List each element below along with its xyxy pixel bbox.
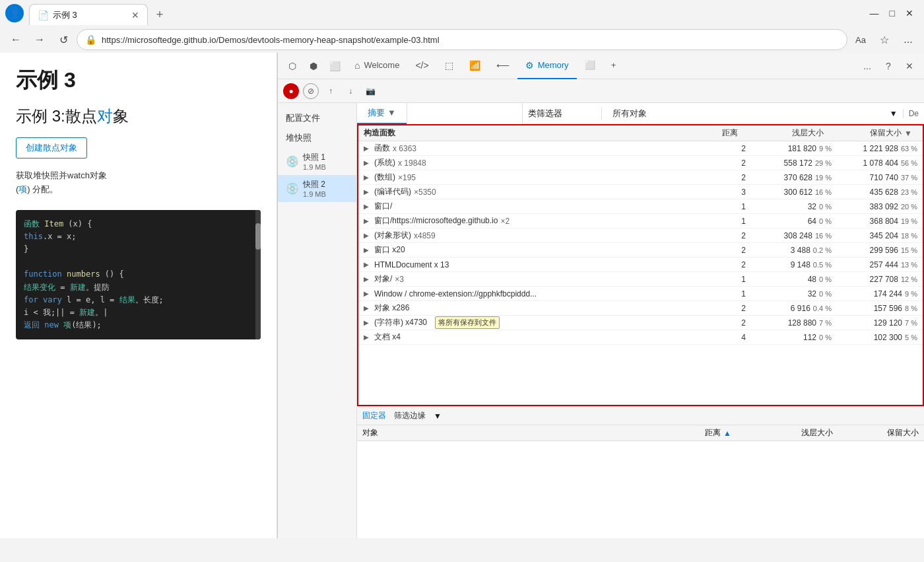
row-dist-13: 2	[698, 318, 751, 328]
table-row[interactable]: ▶ 函数 x 6363 2 181 8209 % 1 221 92863 %	[358, 141, 923, 156]
user-avatar[interactable]: 👤	[5, 4, 24, 22]
summary-dropdown-icon[interactable]: ▼	[387, 108, 396, 118]
refresh-btn[interactable]: ↺	[53, 29, 74, 50]
devtools-more-btn[interactable]: ...	[858, 57, 876, 75]
row-shallow-2: 558 17229 %	[751, 158, 837, 168]
code-line-1: 函数 Item (x) {	[24, 218, 245, 230]
minimize-btn[interactable]: —	[870, 8, 879, 18]
new-tab-btn[interactable]: +	[149, 4, 170, 25]
table-row[interactable]: ▶ 窗口 x20 2 3 4880.2 % 299 59615 %	[358, 243, 923, 258]
filter-edge-tab[interactable]: 筛选边缘	[394, 410, 426, 421]
table-row[interactable]: ▶ 窗口/https://microsoftedge.github.io ×2 …	[358, 214, 923, 228]
back-btn[interactable]: ←	[5, 29, 26, 50]
table-row[interactable]: ▶ HTMLDocument x 13 2 9 1480.5 % 257 444…	[358, 258, 923, 272]
record-btn[interactable]: ●	[283, 83, 299, 99]
read-mode-btn[interactable]: Aa	[850, 29, 871, 50]
table-row[interactable]: ▶ (字符串) x4730 将所有保存到文件 2 128 8807 % 129 …	[358, 316, 923, 330]
subtitle-highlight: 对	[97, 107, 113, 125]
filter-input[interactable]	[407, 103, 523, 124]
tab-welcome[interactable]: ⌂ Welcome	[346, 53, 407, 79]
tab-elements[interactable]: ⬚	[437, 53, 461, 79]
table-row[interactable]: ▶ Window / chrome-extension://gpphkfbcpi…	[358, 287, 923, 301]
item-highlight: 项	[18, 184, 27, 194]
tab-close-btn[interactable]: ✕	[131, 10, 139, 20]
summary-tab[interactable]: 摘要 ▼	[357, 103, 407, 124]
table-row[interactable]: ▶ (数组) ×195 2 370 62819 % 710 74037 %	[358, 170, 923, 185]
browser-toolbar: ← → ↺ 🔒 https://microsoftedge.github.io/…	[0, 26, 924, 53]
all-objects-tab[interactable]: 所有对象	[602, 108, 884, 120]
header-constructor: 构造面数	[358, 125, 690, 141]
row-shallow-1: 181 8209 %	[751, 144, 837, 153]
code-line-6: 结果变化 = 新建。提防	[24, 281, 245, 294]
snapshot-1-item[interactable]: 💿 快照 1 1.9 MB	[278, 148, 356, 175]
favorites-btn[interactable]: ☆	[874, 29, 895, 50]
tab-performance[interactable]: ⟵	[488, 53, 517, 79]
bottom-header-shallow[interactable]: 浅层大小	[752, 427, 838, 439]
address-bar[interactable]: 🔒 https://microsoftedge.github.io/Demos/…	[77, 29, 847, 50]
bottom-header-retained[interactable]: 保留大小	[838, 427, 924, 439]
toolbar-right: Aa ☆ ...	[850, 29, 919, 50]
create-scatter-btn[interactable]: 创建散点对象	[16, 137, 87, 158]
code-line-5: function numbers () {	[24, 268, 245, 281]
table-row[interactable]: ▶ 窗口/ 1 320 % 383 09220 %	[358, 199, 923, 214]
row-name-7: ▶ (对象形状) x4859	[358, 230, 698, 241]
tab-network[interactable]: 📶	[461, 53, 488, 79]
devtools-undock-btn[interactable]: ⬢	[304, 57, 323, 75]
devtools-dock-btn[interactable]: ⬡	[283, 57, 302, 75]
tab-memory[interactable]: ⚙ Memory	[517, 53, 577, 79]
tab-extra[interactable]: ⬜	[577, 53, 603, 79]
table-row[interactable]: ▶ 对象/ ×3 1 480 % 227 70812 %	[358, 272, 923, 287]
snapshot-2-icon: 💿	[286, 182, 299, 195]
header-distance[interactable]: 距离	[690, 127, 743, 139]
upload-btn[interactable]: ↑	[323, 83, 339, 99]
browser-tab[interactable]: 📄 示例 3 ✕	[29, 4, 148, 25]
snapshot-2-item[interactable]: 💿 快照 2 1.9 MB	[278, 175, 356, 202]
row-retained-12: 157 5968 %	[837, 304, 923, 313]
table-row[interactable]: ▶ (对象形状) x4859 2 308 24816 % 345 20418 %	[358, 228, 923, 243]
row-name-3: ▶ (数组) ×195	[358, 172, 698, 183]
row-name-2: ▶ (系统) x 19848	[358, 157, 698, 168]
title-bar-left: 👤	[5, 4, 24, 22]
row-shallow-3: 370 62819 %	[751, 173, 837, 182]
close-btn[interactable]: ✕	[906, 8, 913, 18]
maximize-btn[interactable]: □	[890, 8, 895, 18]
bottom-toolbar: 固定器 筛选边缘 ▼	[357, 407, 924, 425]
elements-icon: ⬚	[445, 60, 453, 71]
lock-icon: 🔒	[85, 34, 96, 45]
table-row[interactable]: ▶ 文档 x4 4 1120 % 102 3005 %	[358, 330, 923, 345]
table-row[interactable]: ▶ 对象 x286 2 6 9160.4 % 157 5968 %	[358, 301, 923, 316]
code-scrollbar[interactable]	[255, 210, 261, 340]
devtools-close-btn[interactable]: ✕	[900, 57, 919, 75]
row-shallow-8: 3 4880.2 %	[751, 246, 837, 255]
bottom-header-distance[interactable]: 距离 ▲	[700, 427, 752, 439]
devtools-help-btn[interactable]: ?	[879, 57, 898, 75]
dropdown-icon[interactable]: ▼	[434, 411, 442, 421]
de-label: De	[903, 109, 924, 118]
devtools-panel-btn[interactable]: ⬜	[325, 57, 344, 75]
row-shallow-12: 6 9160.4 %	[751, 304, 837, 313]
tab-add[interactable]: +	[603, 53, 624, 79]
row-shallow-14: 1120 %	[751, 333, 837, 342]
table-row[interactable]: ▶ (系统) x 19848 2 558 17229 % 1 078 40456…	[358, 156, 923, 170]
row-retained-13: 129 1207 %	[837, 318, 923, 328]
page-subtitle: 示例 3:散点对象	[16, 106, 261, 127]
row-dist-8: 2	[698, 246, 751, 255]
row-shallow-4: 300 61216 %	[751, 188, 837, 197]
header-shallow[interactable]: 浅层大小	[743, 127, 829, 139]
retainer-tab[interactable]: 固定器	[362, 410, 386, 421]
header-retained[interactable]: 保留大小 ▼	[829, 127, 915, 139]
sort-dropdown-icon[interactable]: ▼	[884, 109, 903, 118]
download-btn[interactable]: ↓	[343, 83, 358, 99]
heap-snapshots-section[interactable]: 堆快照	[278, 128, 356, 148]
forward-btn[interactable]: →	[29, 29, 50, 50]
table-row[interactable]: ▶ (编译代码) ×5350 3 300 61216 % 435 62823 %	[358, 185, 923, 199]
stop-btn[interactable]: ⊘	[303, 83, 319, 99]
snapshot-btn[interactable]: 📷	[362, 83, 378, 99]
profiles-section[interactable]: 配置文件	[278, 108, 356, 128]
row-retained-10: 227 70812 %	[837, 275, 923, 284]
row-shallow-9: 9 1480.5 %	[751, 260, 837, 269]
subtitle-text: 示例 3:散点对象	[16, 107, 129, 125]
welcome-icon: ⌂	[354, 60, 360, 71]
settings-btn[interactable]: ...	[898, 29, 919, 50]
tab-sources[interactable]: </>	[407, 53, 436, 79]
